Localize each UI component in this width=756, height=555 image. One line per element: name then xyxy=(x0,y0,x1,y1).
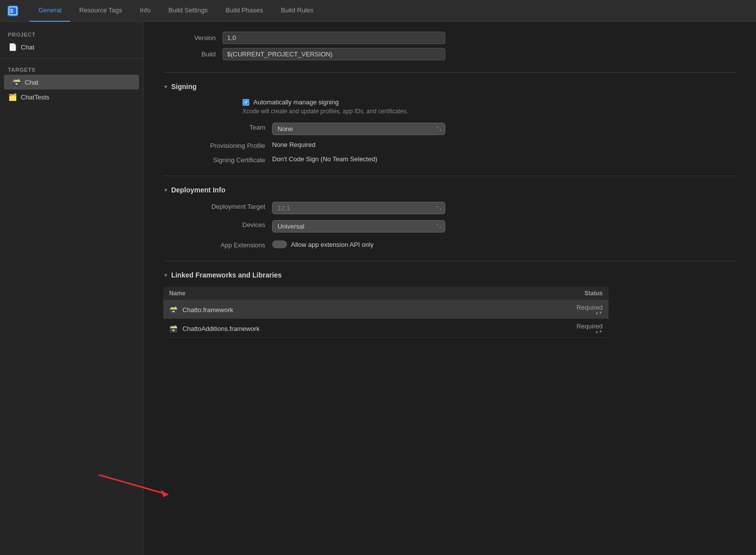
tab-build-rules[interactable]: Build Rules xyxy=(272,0,323,22)
app-extensions-row: App Extensions Allow app extension API o… xyxy=(163,240,736,249)
signing-cert-label: Signing Certificate xyxy=(163,155,272,164)
tests-icon: 🗂️ xyxy=(8,92,17,101)
frameworks-table: Name Status 🗃️ Chatto.framework Required… xyxy=(163,287,609,338)
sidebar-item-chat-project[interactable]: 📄 Chat xyxy=(0,40,143,54)
team-select[interactable]: None xyxy=(272,123,445,135)
deployment-target-label: Deployment Target xyxy=(163,202,272,210)
tab-build-phases[interactable]: Build Phases xyxy=(217,0,272,22)
auto-signing-sublabel: Xcode will create and update profiles, a… xyxy=(242,108,430,115)
devices-label: Devices xyxy=(163,220,272,229)
app-ext-controls: Allow app extension API only xyxy=(272,240,374,248)
project-file-icon: 📄 xyxy=(8,43,17,51)
team-select-wrapper: None xyxy=(272,123,445,135)
table-row[interactable]: 🗃️ ChattoAdditions.framework Required ▲▼ xyxy=(163,319,609,338)
provisioning-row: Provisioning Profile None Required xyxy=(163,141,736,149)
devices-select[interactable]: Universal xyxy=(272,220,445,232)
deployment-target-row: Deployment Target 12.1 xyxy=(163,202,736,214)
tab-resource-tags[interactable]: Resource Tags xyxy=(70,0,131,22)
checkbox-row: Automatically manage signing xyxy=(242,98,736,106)
framework-status-cell: Required ▲▼ xyxy=(488,319,609,338)
provisioning-value: None Required xyxy=(272,141,736,148)
framework-status: Required xyxy=(576,304,603,311)
targets-section-title: TARGETS xyxy=(0,63,143,75)
framework-name: Chatto.framework xyxy=(183,306,234,314)
sidebar-item-chat-target[interactable]: 🗃️ Chat xyxy=(4,75,139,90)
sidebar-target-chat-label: Chat xyxy=(25,79,38,86)
version-row: Version xyxy=(163,32,736,44)
build-label: Build xyxy=(163,50,223,58)
svg-text:S: S xyxy=(10,8,13,14)
target-icon: 🗃️ xyxy=(12,78,21,87)
xcode-icon: S xyxy=(6,4,20,18)
app-extensions-label: App Extensions xyxy=(163,240,272,249)
framework-icon: 🗃️ xyxy=(169,324,178,332)
sidebar-item-chattests[interactable]: 🗂️ ChatTests xyxy=(0,90,143,104)
status-stepper[interactable]: ▲▼ xyxy=(496,330,603,334)
main-layout: PROJECT 📄 Chat TARGETS 🗃️ Chat 🗂️ ChatTe… xyxy=(0,22,756,555)
framework-name-cell: 🗃️ ChattoAdditions.framework xyxy=(163,319,488,338)
version-input[interactable] xyxy=(223,32,445,44)
project-section-title: PROJECT xyxy=(0,28,143,40)
table-row[interactable]: 🗃️ Chatto.framework Required ▲▼ xyxy=(163,300,609,319)
frameworks-triangle[interactable]: ▼ xyxy=(163,273,168,278)
signing-cert-value: Don't Code Sign (No Team Selected) xyxy=(272,155,736,163)
framework-name-cell: 🗃️ Chatto.framework xyxy=(163,300,488,319)
team-row: Team None xyxy=(163,123,736,135)
app-ext-toggle[interactable] xyxy=(272,240,287,248)
sidebar-project-label: Chat xyxy=(21,44,34,51)
tab-info[interactable]: Info xyxy=(131,0,160,22)
signing-triangle[interactable]: ▼ xyxy=(163,84,168,90)
framework-icon: 🗃️ xyxy=(169,306,178,314)
sidebar: PROJECT 📄 Chat TARGETS 🗃️ Chat 🗂️ ChatTe… xyxy=(0,22,143,555)
auto-signing-row: Automatically manage signing Xcode will … xyxy=(242,98,736,115)
build-row: Build xyxy=(163,48,736,60)
framework-status-cell: Required ▲▼ xyxy=(488,300,609,319)
auto-signing-checkbox[interactable] xyxy=(242,99,249,106)
team-label: Team xyxy=(163,123,272,131)
auto-signing-value: Automatically manage signing Xcode will … xyxy=(242,98,736,115)
auto-signing-label: Automatically manage signing xyxy=(253,98,339,106)
col-status-header: Status xyxy=(488,287,609,300)
devices-wrapper: Universal xyxy=(272,220,445,232)
frameworks-section-header: ▼ Linked Frameworks and Libraries xyxy=(163,261,736,279)
frameworks-title: Linked Frameworks and Libraries xyxy=(171,271,282,279)
devices-row: Devices Universal xyxy=(163,220,736,232)
deployment-target-select[interactable]: 12.1 xyxy=(272,202,445,214)
app-ext-value: Allow app extension API only xyxy=(291,241,374,248)
sidebar-divider xyxy=(0,58,143,59)
provisioning-label: Provisioning Profile xyxy=(163,141,272,149)
col-name-header: Name xyxy=(163,287,488,300)
deployment-title: Deployment Info xyxy=(171,186,226,194)
framework-name: ChattoAdditions.framework xyxy=(183,325,260,332)
content-area: Version Build ▼ Signing Automatically ma… xyxy=(143,22,756,555)
tab-build-settings[interactable]: Build Settings xyxy=(159,0,217,22)
build-input[interactable] xyxy=(223,48,445,60)
deployment-triangle[interactable]: ▼ xyxy=(163,187,168,193)
status-stepper[interactable]: ▲▼ xyxy=(496,311,603,315)
signing-title: Signing xyxy=(171,83,196,91)
signing-cert-row: Signing Certificate Don't Code Sign (No … xyxy=(163,155,736,164)
tab-bar: S General Resource Tags Info Build Setti… xyxy=(0,0,756,22)
sidebar-chattests-label: ChatTests xyxy=(21,93,49,101)
framework-status: Required xyxy=(576,323,603,330)
version-label: Version xyxy=(163,34,223,42)
signing-section-header: ▼ Signing xyxy=(163,72,736,91)
deployment-target-wrapper: 12.1 xyxy=(272,202,445,214)
deployment-section-header: ▼ Deployment Info xyxy=(163,176,736,194)
tab-general[interactable]: General xyxy=(30,0,70,22)
